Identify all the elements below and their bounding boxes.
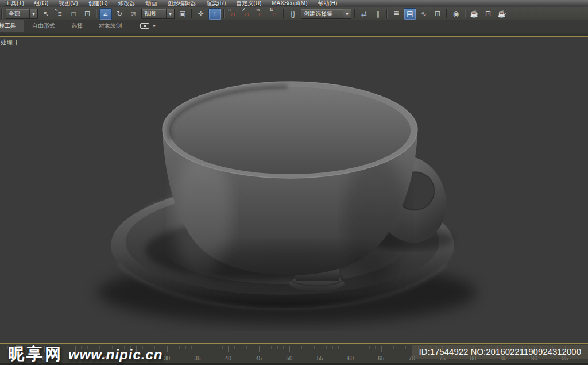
keyboard-shortcut-override-icon: ↑ bbox=[213, 10, 216, 18]
rendered-frame-window-button[interactable]: ⊡ bbox=[482, 8, 494, 20]
select-object-button[interactable]: ↖ bbox=[40, 8, 52, 20]
window-crossing-toggle-icon: ⊡ bbox=[84, 10, 90, 18]
ribbon-tabs: 建模工具自由形式选择对象绘制 bbox=[0, 20, 130, 32]
menu-item-0[interactable]: 工具(T) bbox=[0, 0, 29, 7]
viewport-label[interactable]: 处理 ] bbox=[1, 39, 18, 47]
use-pivot-point-center-button[interactable]: ▣ bbox=[176, 8, 189, 20]
timeline-tick-label: 45 bbox=[256, 355, 262, 362]
timeline-tick bbox=[265, 346, 265, 349]
watermark: 昵享网 www.nipic.cn bbox=[8, 343, 163, 365]
curve-editor-button[interactable]: ∿ bbox=[417, 8, 430, 20]
angle-snap-toggle-modifier-glyph: ∠ bbox=[242, 7, 246, 13]
menu-item-2[interactable]: 视图(V) bbox=[53, 0, 83, 7]
ribbon-tab-0[interactable]: 建模工具 bbox=[0, 20, 24, 32]
timeline-tick bbox=[271, 346, 272, 349]
timeline-tick bbox=[173, 346, 173, 349]
timeline-tick bbox=[167, 346, 168, 352]
schematic-view-button[interactable]: ⊞ bbox=[431, 8, 444, 20]
snap-toggle-3d-button[interactable]: ∩3 bbox=[227, 8, 239, 20]
select-by-name-button[interactable]: ≡↖ bbox=[53, 8, 66, 20]
material-editor-button[interactable]: ◉ bbox=[450, 8, 462, 20]
select-and-move-button[interactable]: ↔↕ bbox=[99, 8, 112, 20]
reference-coordinate-system-dropdown-arrow-icon[interactable]: ▼ bbox=[166, 9, 174, 18]
menu-item-6[interactable]: 图形编辑器 bbox=[162, 0, 201, 7]
toolbar-separator bbox=[354, 9, 355, 18]
render-production-icon: ☕ bbox=[498, 10, 506, 18]
ribbon-minimize-icon bbox=[140, 23, 149, 29]
spinner-snap-toggle-modifier-glyph: ⇅ bbox=[269, 7, 273, 13]
menu-item-8[interactable]: 自定义(U) bbox=[231, 0, 266, 7]
watermark-site-name: 昵享网 bbox=[8, 343, 63, 365]
timeline-tick bbox=[375, 346, 376, 349]
named-selection-sets-combo[interactable]: 创建选择集▼ bbox=[301, 9, 351, 19]
selection-region-rect-button[interactable]: □ bbox=[67, 8, 80, 20]
selection-filter-dropdown-arrow-icon[interactable]: ▼ bbox=[29, 9, 37, 18]
ribbon-minimize-button[interactable]: ▼ bbox=[140, 20, 156, 32]
select-and-rotate-button[interactable]: ↻ bbox=[113, 8, 126, 20]
angle-snap-toggle-button[interactable]: ∩∠ bbox=[241, 8, 253, 20]
menu-item-9[interactable]: MAXScript(M) bbox=[266, 0, 312, 7]
align-button[interactable]: ∥ bbox=[372, 8, 384, 20]
timeline-tick bbox=[301, 346, 302, 349]
timeline-tick bbox=[326, 346, 327, 349]
selection-filter-combo[interactable]: 全部▼ bbox=[6, 9, 38, 19]
menu-item-3[interactable]: 创建(C) bbox=[83, 0, 113, 7]
percent-snap-toggle-button[interactable]: ∩% bbox=[254, 8, 267, 20]
rendered-frame-window-icon: ⊡ bbox=[485, 10, 491, 18]
snap-toggle-3d-modifier-glyph: 3 bbox=[228, 7, 230, 13]
main-toolbar: 全部▼↖≡↖□⊡↔↕↻□↗视图▼▣✛↑∩3∩∠∩%∩⇅{}创建选择集▼⇄∥≣▤∿… bbox=[0, 7, 588, 20]
window-crossing-toggle-button[interactable]: ⊡ bbox=[81, 8, 94, 20]
image-id-overlay: ID:17544922 NO:20160221190924312000 bbox=[412, 345, 588, 359]
select-and-scale-button[interactable]: □↗ bbox=[127, 8, 140, 20]
selection-region-rect-icon: □ bbox=[71, 10, 75, 18]
curve-editor-icon: ∿ bbox=[421, 10, 427, 18]
named-selection-sets-dropdown-arrow-icon[interactable]: ▼ bbox=[343, 9, 351, 18]
timeline-tick bbox=[357, 346, 357, 349]
keyboard-shortcut-override-button[interactable]: ↑ bbox=[208, 8, 221, 20]
edit-named-selection-sets-button[interactable]: {} bbox=[287, 8, 299, 20]
graphite-ribbon-toggle-button[interactable]: ▤ bbox=[404, 8, 416, 20]
timeline-tick bbox=[216, 346, 216, 349]
timeline-tick-label: 35 bbox=[194, 355, 200, 362]
layer-manager-button[interactable]: ≣ bbox=[390, 8, 403, 20]
spinner-snap-toggle-button[interactable]: ∩⇅ bbox=[268, 8, 281, 20]
viewport-render-teacup bbox=[0, 37, 588, 343]
timeline-tick bbox=[185, 346, 186, 349]
ribbon-tab-1[interactable]: 自由形式 bbox=[24, 20, 63, 32]
perspective-viewport[interactable]: 处理 ] bbox=[0, 37, 588, 343]
toolbar-separator bbox=[446, 9, 447, 18]
timeline-tick-label: 55 bbox=[317, 355, 323, 362]
timeline-tick bbox=[351, 346, 351, 352]
menu-item-5[interactable]: 动画 bbox=[140, 0, 162, 7]
reference-coordinate-system-value: 视图 bbox=[142, 10, 166, 18]
viewport-active-border-top bbox=[0, 36, 588, 37]
render-production-button[interactable]: ☕ bbox=[496, 8, 508, 20]
menu-item-10[interactable]: 帮助(H) bbox=[312, 0, 342, 7]
toolbar-separator bbox=[386, 9, 388, 18]
use-pivot-point-center-icon: ▣ bbox=[179, 10, 185, 18]
reference-coordinate-system-combo[interactable]: 视图▼ bbox=[141, 9, 175, 19]
render-setup-button[interactable]: ☕ bbox=[468, 8, 481, 20]
menu-item-7[interactable]: 渲染(R) bbox=[201, 0, 231, 7]
timeline-tick bbox=[338, 346, 339, 349]
timeline-tick bbox=[198, 346, 198, 352]
mirror-button[interactable]: ⇄ bbox=[358, 8, 370, 20]
select-object-icon: ↖ bbox=[43, 10, 49, 18]
menu-item-4[interactable]: 修改器 bbox=[113, 0, 140, 7]
toolbar-separator bbox=[191, 9, 192, 18]
mirror-icon: ⇄ bbox=[361, 10, 367, 18]
ribbon-tab-3[interactable]: 对象绘制 bbox=[91, 20, 130, 32]
toolbar-separator bbox=[223, 9, 225, 18]
timeline-tick bbox=[332, 346, 333, 349]
select-by-name-modifier-glyph: ↖ bbox=[55, 7, 59, 13]
select-and-manipulate-button[interactable]: ✛ bbox=[195, 8, 207, 20]
menu-item-1[interactable]: 组(G) bbox=[29, 0, 53, 7]
timeline-tick-label: 65 bbox=[378, 355, 384, 362]
track-bar[interactable]: 5101520253035404550556065707580859095 昵享… bbox=[0, 344, 588, 363]
layer-manager-icon: ≣ bbox=[393, 10, 399, 18]
timeline-tick-label: 30 bbox=[164, 355, 170, 362]
timeline-tick bbox=[222, 346, 223, 349]
edit-named-selection-sets-icon: {} bbox=[291, 10, 295, 18]
timeline-tick bbox=[259, 346, 260, 352]
ribbon-tab-2[interactable]: 选择 bbox=[63, 20, 91, 32]
